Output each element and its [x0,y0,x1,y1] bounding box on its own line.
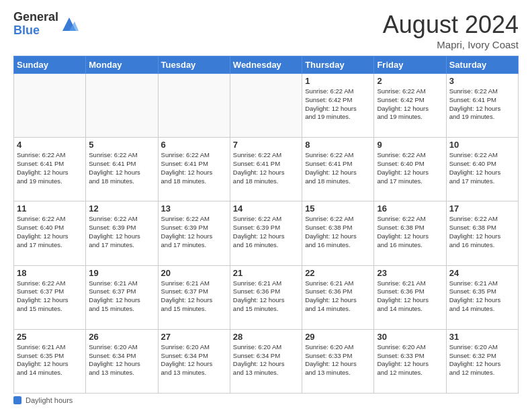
day-number: 29 [305,332,371,342]
day-info: Sunrise: 6:22 AM Sunset: 6:41 PM Dayligh… [449,87,515,122]
table-row: 15Sunrise: 6:22 AM Sunset: 6:38 PM Dayli… [302,201,374,265]
day-info: Sunrise: 6:21 AM Sunset: 6:36 PM Dayligh… [377,279,443,314]
table-row: 17Sunrise: 6:22 AM Sunset: 6:38 PM Dayli… [446,201,518,265]
day-number: 14 [233,203,299,214]
table-row: 8Sunrise: 6:22 AM Sunset: 6:41 PM Daylig… [302,138,374,201]
day-number: 16 [377,203,443,214]
table-row: 11Sunrise: 6:22 AM Sunset: 6:40 PM Dayli… [14,201,86,265]
logo-text: General Blue [13,11,58,38]
day-info: Sunrise: 6:22 AM Sunset: 6:42 PM Dayligh… [305,87,371,122]
day-info: Sunrise: 6:22 AM Sunset: 6:41 PM Dayligh… [161,151,227,185]
day-info: Sunrise: 6:20 AM Sunset: 6:34 PM Dayligh… [233,343,299,377]
table-row: 12Sunrise: 6:22 AM Sunset: 6:39 PM Dayli… [86,201,158,265]
table-row [158,74,230,138]
table-row: 24Sunrise: 6:21 AM Sunset: 6:35 PM Dayli… [446,265,518,329]
table-row: 5Sunrise: 6:22 AM Sunset: 6:41 PM Daylig… [86,138,158,201]
table-row: 14Sunrise: 6:22 AM Sunset: 6:39 PM Dayli… [230,201,302,265]
day-number: 17 [449,203,515,214]
day-number: 5 [89,140,154,150]
day-number: 23 [377,268,443,278]
day-info: Sunrise: 6:20 AM Sunset: 6:34 PM Dayligh… [161,343,227,377]
day-info: Sunrise: 6:22 AM Sunset: 6:38 PM Dayligh… [377,215,443,249]
day-number: 31 [449,332,515,342]
col-friday: Friday [374,56,446,74]
day-info: Sunrise: 6:21 AM Sunset: 6:36 PM Dayligh… [305,279,371,314]
table-row [86,74,158,138]
day-info: Sunrise: 6:21 AM Sunset: 6:37 PM Dayligh… [161,279,227,314]
day-info: Sunrise: 6:22 AM Sunset: 6:39 PM Dayligh… [161,215,227,249]
table-row [14,74,86,138]
calendar-header-row: Sunday Monday Tuesday Wednesday Thursday… [14,56,519,74]
day-number: 21 [233,268,299,278]
daylight-label: Daylight hours [26,396,73,404]
day-info: Sunrise: 6:22 AM Sunset: 6:40 PM Dayligh… [449,151,515,185]
table-row: 23Sunrise: 6:21 AM Sunset: 6:36 PM Dayli… [374,265,446,329]
col-monday: Monday [86,56,158,74]
calendar-week-row: 25Sunrise: 6:21 AM Sunset: 6:35 PM Dayli… [14,329,519,393]
day-info: Sunrise: 6:22 AM Sunset: 6:37 PM Dayligh… [17,279,83,314]
table-row: 3Sunrise: 6:22 AM Sunset: 6:41 PM Daylig… [446,74,518,138]
day-number: 10 [449,140,515,150]
day-info: Sunrise: 6:22 AM Sunset: 6:38 PM Dayligh… [305,215,371,249]
day-number: 3 [449,76,515,86]
table-row: 21Sunrise: 6:21 AM Sunset: 6:36 PM Dayli… [230,265,302,329]
day-info: Sunrise: 6:22 AM Sunset: 6:41 PM Dayligh… [233,151,299,185]
table-row: 2Sunrise: 6:22 AM Sunset: 6:42 PM Daylig… [374,74,446,138]
col-thursday: Thursday [302,56,374,74]
day-number: 13 [161,203,227,214]
logo-blue: Blue [13,24,58,38]
table-row: 6Sunrise: 6:22 AM Sunset: 6:41 PM Daylig… [158,138,230,201]
day-info: Sunrise: 6:20 AM Sunset: 6:33 PM Dayligh… [305,343,371,377]
col-saturday: Saturday [446,56,518,74]
daylight-icon [13,396,21,404]
day-number: 20 [161,268,227,278]
day-number: 24 [449,268,515,278]
day-number: 30 [377,332,443,342]
day-info: Sunrise: 6:22 AM Sunset: 6:41 PM Dayligh… [17,151,83,185]
day-info: Sunrise: 6:20 AM Sunset: 6:33 PM Dayligh… [377,343,443,377]
table-row: 19Sunrise: 6:21 AM Sunset: 6:37 PM Dayli… [86,265,158,329]
day-info: Sunrise: 6:21 AM Sunset: 6:35 PM Dayligh… [449,279,515,314]
footer: Daylight hours [13,396,519,404]
table-row: 13Sunrise: 6:22 AM Sunset: 6:39 PM Dayli… [158,201,230,265]
day-info: Sunrise: 6:21 AM Sunset: 6:37 PM Dayligh… [89,279,154,314]
table-row: 22Sunrise: 6:21 AM Sunset: 6:36 PM Dayli… [302,265,374,329]
day-number: 12 [89,203,154,214]
day-info: Sunrise: 6:22 AM Sunset: 6:42 PM Dayligh… [377,87,443,122]
day-number: 11 [17,203,83,214]
day-number: 7 [233,140,299,150]
title-block: August 2024 Mapri, Ivory Coast [383,11,519,50]
page: General Blue August 2024 Mapri, Ivory Co… [0,0,532,411]
table-row: 30Sunrise: 6:20 AM Sunset: 6:33 PM Dayli… [374,329,446,393]
table-row: 9Sunrise: 6:22 AM Sunset: 6:40 PM Daylig… [374,138,446,201]
table-row: 7Sunrise: 6:22 AM Sunset: 6:41 PM Daylig… [230,138,302,201]
day-number: 8 [305,140,371,150]
calendar-week-row: 11Sunrise: 6:22 AM Sunset: 6:40 PM Dayli… [14,201,519,265]
day-number: 22 [305,268,371,278]
day-number: 15 [305,203,371,214]
table-row: 20Sunrise: 6:21 AM Sunset: 6:37 PM Dayli… [158,265,230,329]
calendar-table: Sunday Monday Tuesday Wednesday Thursday… [13,56,519,394]
day-info: Sunrise: 6:22 AM Sunset: 6:39 PM Dayligh… [233,215,299,249]
day-info: Sunrise: 6:22 AM Sunset: 6:40 PM Dayligh… [17,215,83,249]
table-row: 31Sunrise: 6:20 AM Sunset: 6:32 PM Dayli… [446,329,518,393]
table-row: 28Sunrise: 6:20 AM Sunset: 6:34 PM Dayli… [230,329,302,393]
day-number: 9 [377,140,443,150]
day-info: Sunrise: 6:22 AM Sunset: 6:41 PM Dayligh… [89,151,154,185]
day-number: 2 [377,76,443,86]
day-number: 1 [305,76,371,86]
table-row: 29Sunrise: 6:20 AM Sunset: 6:33 PM Dayli… [302,329,374,393]
table-row: 10Sunrise: 6:22 AM Sunset: 6:40 PM Dayli… [446,138,518,201]
col-wednesday: Wednesday [230,56,302,74]
calendar-week-row: 1Sunrise: 6:22 AM Sunset: 6:42 PM Daylig… [14,74,519,138]
calendar-week-row: 4Sunrise: 6:22 AM Sunset: 6:41 PM Daylig… [14,138,519,201]
table-row: 1Sunrise: 6:22 AM Sunset: 6:42 PM Daylig… [302,74,374,138]
table-row: 25Sunrise: 6:21 AM Sunset: 6:35 PM Dayli… [14,329,86,393]
month-year: August 2024 [383,11,519,39]
col-tuesday: Tuesday [158,56,230,74]
table-row: 18Sunrise: 6:22 AM Sunset: 6:37 PM Dayli… [14,265,86,329]
day-number: 19 [89,268,154,278]
day-number: 27 [161,332,227,342]
header: General Blue August 2024 Mapri, Ivory Co… [13,11,519,50]
day-number: 25 [17,332,83,342]
